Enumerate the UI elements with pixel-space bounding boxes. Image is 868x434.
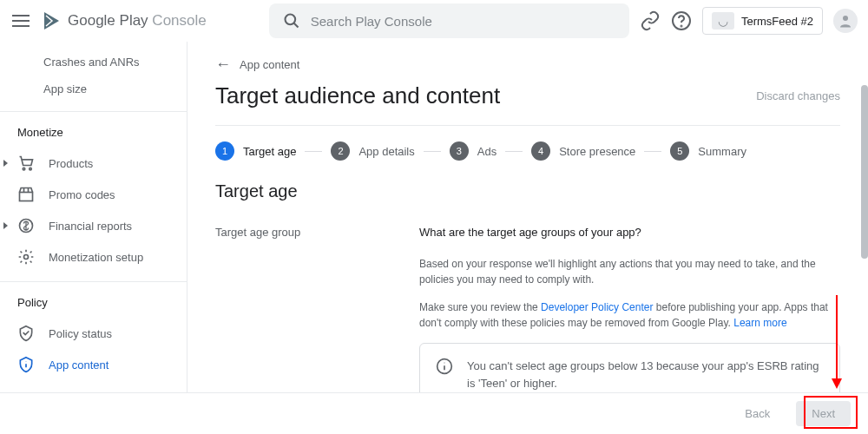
section-title: Target age	[215, 181, 840, 201]
header: Google Play Console ◡ TermsFeed #2	[0, 0, 868, 42]
search-bar[interactable]	[269, 3, 629, 38]
dollar-icon	[17, 217, 35, 234]
chevron-right-icon	[3, 222, 8, 229]
shield-info-icon	[17, 356, 35, 373]
sidebar-item-monetization-setup[interactable]: Monetization setup	[0, 241, 187, 273]
cart-icon	[17, 155, 35, 172]
info-icon	[436, 358, 453, 375]
helper-text: Based on your response we'll highlight a…	[419, 256, 840, 287]
sidebar-item-policy-status[interactable]: Policy status	[0, 318, 187, 349]
sidebar-item-label: Crashes and ANRs	[43, 56, 140, 69]
svg-point-6	[30, 168, 32, 170]
svg-line-1	[293, 23, 298, 28]
person-icon	[838, 13, 853, 29]
breadcrumb[interactable]: ← App content	[215, 56, 840, 74]
link-icon[interactable]	[640, 10, 661, 31]
scrollbar[interactable]	[861, 85, 868, 259]
help-icon[interactable]	[671, 10, 692, 31]
svg-point-0	[285, 15, 295, 25]
step-ads[interactable]: 3 Ads	[450, 141, 496, 161]
sidebar-heading-policy: Policy	[0, 281, 187, 318]
sidebar-item-financial[interactable]: Financial reports	[0, 210, 187, 241]
footer: Back Next	[0, 392, 868, 434]
divider	[215, 125, 840, 126]
play-logo-icon	[42, 10, 62, 31]
discard-changes-link[interactable]: Discard changes	[756, 89, 840, 102]
menu-icon[interactable]	[10, 10, 31, 31]
sidebar-item-label: App content	[49, 358, 108, 372]
search-icon	[283, 12, 300, 30]
avatar[interactable]	[833, 9, 858, 33]
logo[interactable]: Google Play Console	[42, 10, 207, 31]
shield-check-icon	[17, 325, 35, 342]
svg-point-4	[843, 16, 848, 21]
sidebar-item-label: Policy status	[49, 327, 112, 340]
app-selector-name: TermsFeed #2	[741, 15, 813, 28]
svg-point-5	[23, 168, 25, 170]
stepper: 1 Target age 2 App details 3 Ads 4 Store…	[215, 141, 840, 161]
sidebar-item-label: Monetization setup	[49, 251, 143, 264]
sidebar-heading-monetize: Monetize	[0, 111, 187, 148]
learn-more-link[interactable]: Learn more	[733, 317, 786, 329]
helper-text: Make sure you review the Developer Polic…	[419, 299, 840, 331]
main-content: ← App content Target audience and conten…	[187, 42, 868, 392]
info-box: You can't select age groups below 13 bec…	[419, 343, 840, 392]
gear-icon	[17, 248, 35, 266]
policy-center-link[interactable]: Developer Policy Center	[541, 301, 653, 313]
step-connector	[505, 151, 523, 152]
chevron-right-icon	[3, 160, 8, 167]
sidebar-item-label: App size	[43, 82, 87, 95]
step-app-details[interactable]: 2 App details	[331, 141, 414, 161]
sidebar-item-appsize[interactable]: App size	[0, 76, 187, 102]
sidebar-item-products[interactable]: Products	[0, 148, 187, 179]
step-connector	[644, 151, 661, 152]
svg-rect-7	[20, 193, 33, 201]
sidebar-item-promo[interactable]: Promo codes	[0, 179, 187, 210]
sidebar: Crashes and ANRs App size Monetize Produ…	[0, 42, 187, 392]
breadcrumb-text: App content	[240, 58, 299, 71]
sidebar-item-label: Financial reports	[49, 220, 132, 233]
sidebar-item-app-content[interactable]: App content	[0, 349, 187, 380]
svg-point-11	[24, 255, 29, 260]
svg-point-3	[681, 26, 681, 27]
sidebar-item-crashes[interactable]: Crashes and ANRs	[0, 49, 187, 76]
form-label: Target age group	[215, 226, 402, 392]
info-text: You can't select age groups below 13 bec…	[467, 358, 824, 391]
search-input[interactable]	[311, 14, 615, 29]
step-target-age[interactable]: 1 Target age	[215, 141, 296, 161]
sidebar-item-label: Promo codes	[49, 188, 115, 201]
sidebar-item-label: Products	[49, 157, 93, 170]
android-icon: ◡	[712, 12, 734, 30]
step-connector	[424, 151, 441, 152]
back-arrow-icon: ←	[215, 56, 231, 74]
page-title: Target audience and content	[215, 82, 500, 109]
next-button[interactable]: Next	[796, 401, 851, 426]
step-summary[interactable]: 5 Summary	[670, 141, 746, 161]
back-button[interactable]: Back	[729, 401, 786, 426]
step-connector	[305, 151, 322, 152]
store-icon	[17, 186, 35, 203]
question-text: What are the target age groups of your a…	[419, 226, 840, 239]
step-store-presence[interactable]: 4 Store presence	[531, 141, 635, 161]
logo-text: Google Play Console	[68, 12, 207, 30]
app-selector[interactable]: ◡ TermsFeed #2	[702, 7, 823, 35]
